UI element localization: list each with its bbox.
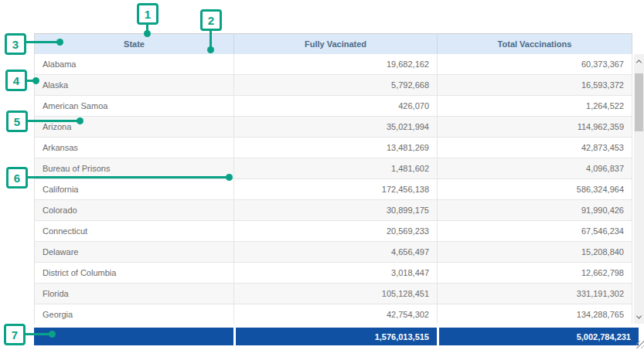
table-row-delaware[interactable]: Delaware 4,656,497 15,208,840 <box>34 242 632 263</box>
cell-state: Alaska <box>35 75 234 95</box>
chevron-up-icon <box>636 59 642 65</box>
cell-state: California <box>35 179 234 199</box>
callout-2-dot <box>207 46 214 53</box>
cell-fully-vacinated: 1,481,602 <box>234 158 438 178</box>
table-row-alaska[interactable]: Alaska 5,792,668 16,593,372 <box>34 75 632 96</box>
table-row-connecticut[interactable]: Connecticut 20,569,233 67,546,234 <box>34 221 632 242</box>
cell-fully-vacinated: 172,456,138 <box>234 179 438 199</box>
cell-state: Connecticut <box>35 221 234 241</box>
totals-fully-vacinated: 1,576,013,515 <box>236 328 437 345</box>
cell-fully-vacinated: 19,682,162 <box>234 54 438 74</box>
resize-grip-icon <box>636 341 644 348</box>
callout-1: 1 <box>137 3 158 25</box>
cell-fully-vacinated: 426,070 <box>234 96 438 116</box>
table-row-florida[interactable]: Florida 105,128,451 331,191,302 <box>34 284 632 304</box>
cell-total-vaccinations: 15,208,840 <box>438 242 632 262</box>
totals-total-vaccinations: 5,002,784,231 <box>439 328 639 345</box>
callout-7-dot <box>49 331 56 338</box>
callout-5-connector <box>27 120 80 122</box>
vaccinations-table: State Fully Vacinated Total Vaccinations… <box>34 32 644 345</box>
cell-fully-vacinated: 30,899,175 <box>234 200 438 220</box>
callout-6-dot <box>226 174 233 181</box>
cell-total-vaccinations: 586,324,964 <box>438 179 632 199</box>
cell-fully-vacinated: 42,754,302 <box>234 304 438 324</box>
table-row-district-of-columbia[interactable]: District of Columbia 3,018,447 12,662,79… <box>34 263 632 284</box>
cell-fully-vacinated: 13,481,269 <box>234 138 438 158</box>
callout-3-dot <box>56 39 63 46</box>
cell-fully-vacinated: 35,021,994 <box>234 117 438 137</box>
cell-total-vaccinations: 91,990,426 <box>438 200 632 220</box>
cell-total-vaccinations: 42,873,453 <box>438 138 632 158</box>
callout-5: 5 <box>6 110 28 132</box>
callout-5-dot <box>77 117 83 124</box>
scrollbar-thumb[interactable] <box>635 73 643 131</box>
cell-total-vaccinations: 67,546,234 <box>438 221 632 241</box>
scroll-up-button[interactable] <box>634 54 644 68</box>
cell-fully-vacinated: 105,128,451 <box>234 284 438 304</box>
cell-total-vaccinations: 134,288,765 <box>438 304 632 324</box>
column-header-fully-vacinated[interactable]: Fully Vacinated <box>234 34 438 54</box>
callout-6-connector <box>27 176 228 178</box>
table-row-arkansas[interactable]: Arkansas 13,481,269 42,873,453 <box>34 138 632 158</box>
callout-2: 2 <box>200 9 222 31</box>
callout-3: 3 <box>5 33 26 55</box>
callout-7: 7 <box>4 324 26 345</box>
table-body: Alabama 19,682,162 60,373,367 Alaska 5,7… <box>34 54 632 324</box>
cell-total-vaccinations: 16,593,372 <box>438 75 632 95</box>
callout-7-connector <box>25 333 51 335</box>
cell-state: Arkansas <box>35 138 234 158</box>
callout-1-dot <box>144 30 151 37</box>
table-row-alabama[interactable]: Alabama 19,682,162 60,373,367 <box>34 54 632 75</box>
column-header-total-vaccinations[interactable]: Total Vaccinations <box>438 34 632 54</box>
cell-state: Alabama <box>35 54 234 74</box>
cell-total-vaccinations: 60,373,367 <box>438 54 632 74</box>
table-row-colorado[interactable]: Colorado 30,899,175 91,990,426 <box>34 200 632 221</box>
callout-2-connector <box>210 29 212 48</box>
callout-4-dot <box>32 77 39 84</box>
callout-4: 4 <box>5 70 27 91</box>
callout-3-connector <box>26 41 60 43</box>
chevron-down-icon <box>636 313 642 318</box>
vertical-scrollbar[interactable] <box>634 54 644 324</box>
cell-state: District of Columbia <box>35 263 234 283</box>
cell-total-vaccinations: 331,191,302 <box>438 284 632 304</box>
cell-total-vaccinations: 1,264,522 <box>438 96 632 116</box>
cell-fully-vacinated: 20,569,233 <box>234 221 438 241</box>
cell-state: Georgia <box>35 304 234 324</box>
cell-total-vaccinations: 12,662,798 <box>438 263 632 283</box>
app-canvas: State Fully Vacinated Total Vaccinations… <box>0 0 644 350</box>
cell-state: Florida <box>35 284 234 304</box>
cell-state: Colorado <box>35 200 234 220</box>
table-header-row: State Fully Vacinated Total Vaccinations <box>34 33 632 54</box>
cell-total-vaccinations: 4,096,837 <box>438 158 632 178</box>
cell-fully-vacinated: 3,018,447 <box>234 263 438 283</box>
cell-fully-vacinated: 4,656,497 <box>234 242 438 262</box>
table-row-arizona[interactable]: Arizona 35,021,994 114,962,359 <box>34 117 632 138</box>
cell-fully-vacinated: 5,792,668 <box>234 75 438 95</box>
cell-state: Delaware <box>35 242 234 262</box>
scroll-down-button[interactable] <box>634 310 644 324</box>
totals-row: 1,576,013,515 5,002,784,231 <box>34 328 639 345</box>
table-row-american-samoa[interactable]: American Samoa 426,070 1,264,522 <box>34 96 632 117</box>
table-row-california[interactable]: California 172,456,138 586,324,964 <box>34 179 632 200</box>
cell-total-vaccinations: 114,962,359 <box>438 117 632 137</box>
column-header-state[interactable]: State <box>35 34 234 54</box>
totals-state-cell <box>34 328 233 345</box>
callout-6: 6 <box>6 167 28 189</box>
table-row-georgia[interactable]: Georgia 42,754,302 134,288,765 <box>34 304 632 324</box>
cell-state: American Samoa <box>35 96 234 116</box>
